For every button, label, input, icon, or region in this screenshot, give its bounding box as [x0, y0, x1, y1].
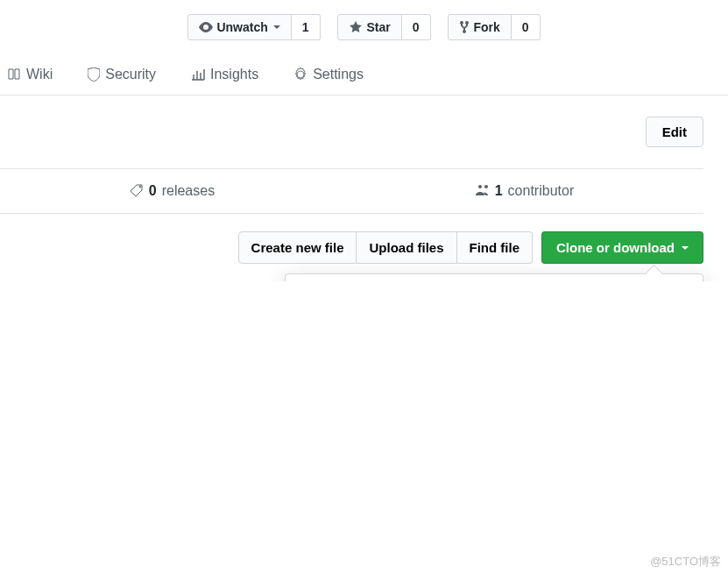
star-count[interactable]: 0	[402, 14, 431, 40]
edit-button[interactable]: Edit	[646, 117, 703, 147]
caret-down-icon	[682, 246, 689, 250]
fork-count[interactable]: 0	[512, 14, 541, 40]
edit-row: Edit	[0, 96, 728, 168]
tab-insights[interactable]: Insights	[184, 54, 265, 95]
upload-files-button[interactable]: Upload files	[357, 231, 456, 264]
caret-down-icon	[273, 25, 280, 29]
people-icon	[474, 184, 490, 198]
star-icon	[349, 20, 363, 34]
create-new-file-button[interactable]: Create new file	[238, 231, 357, 264]
unwatch-button[interactable]: Unwatch	[187, 14, 291, 40]
contributors-stat[interactable]: 1 contributor	[474, 183, 575, 199]
repo-stats: 0 releases 1 contributor	[0, 168, 703, 214]
graph-icon	[191, 67, 205, 81]
gear-icon	[293, 67, 307, 81]
file-actions-row: Create new file Upload files Find file C…	[0, 214, 728, 281]
star-button[interactable]: Star	[337, 14, 401, 40]
star-label: Star	[366, 20, 390, 34]
fork-button[interactable]: Fork	[448, 14, 511, 40]
unwatch-label: Unwatch	[216, 20, 267, 34]
tab-security[interactable]: Security	[81, 54, 163, 95]
fork-label: Fork	[473, 20, 499, 34]
watch-count[interactable]: 1	[292, 14, 321, 40]
repo-tabnav: Wiki Security Insights Settings	[0, 54, 728, 96]
tag-icon	[130, 184, 144, 198]
repo-action-bar: Unwatch 1 Star 0 Fork 0	[0, 0, 728, 54]
find-file-button[interactable]: Find file	[457, 231, 534, 264]
clone-dropdown: Clone with SSH ? Use HTTPS Use a passwor…	[285, 273, 703, 281]
releases-stat[interactable]: 0 releases	[130, 183, 215, 199]
shield-icon	[88, 67, 100, 81]
clone-download-button[interactable]: Clone or download	[541, 231, 703, 264]
fork-icon	[459, 20, 470, 34]
book-icon	[7, 67, 21, 81]
eye-icon	[199, 20, 213, 34]
tab-wiki[interactable]: Wiki	[0, 54, 60, 95]
tab-settings[interactable]: Settings	[286, 54, 371, 95]
